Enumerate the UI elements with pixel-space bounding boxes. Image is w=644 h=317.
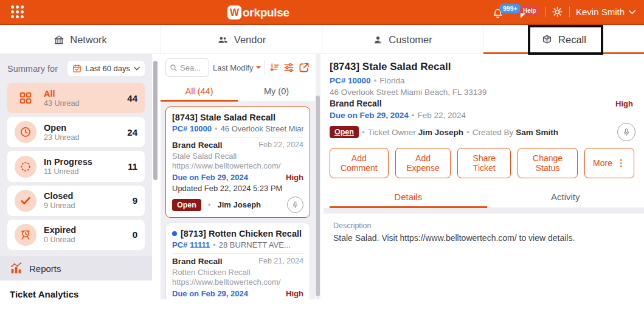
more-dots-icon (617, 158, 626, 169)
item-label: In Progress (44, 157, 92, 167)
date-range-dropdown[interactable]: Last 60 days (68, 61, 145, 76)
check-icon (15, 190, 36, 212)
tab-vendor[interactable]: Vendor (161, 26, 322, 54)
logo-text: orkpulse (243, 6, 289, 19)
item-label: All (44, 89, 79, 99)
detail-tabs: Details Activity (330, 186, 644, 208)
tab-network[interactable]: Network (0, 26, 161, 54)
user-menu[interactable]: Kevin Smith (576, 7, 635, 17)
bank-icon (54, 35, 64, 46)
tab-label: Customer (389, 34, 432, 46)
list-scrollbar[interactable] (316, 96, 320, 296)
due-date: Due on Feb 29, 2024 (330, 110, 409, 121)
notification-count-badge[interactable]: 999+ (499, 4, 521, 13)
ticket-cards: [8743] Stale Salad Recall PC# 10000 46 O… (161, 102, 315, 299)
item-count: 9 (133, 195, 137, 206)
created-by-name: Sam Smith (516, 128, 558, 137)
priority-badge: High (286, 173, 303, 182)
filter-sliders-icon[interactable] (283, 62, 294, 73)
ticket-title: [8743] Stale Salad Recall (172, 112, 275, 123)
expired-icon (15, 224, 36, 246)
sidebar-item-ticket-analytics[interactable]: Ticket Analytics (10, 289, 142, 299)
due-date: Due on Feb 29, 2024 (172, 289, 248, 298)
open-in-new-icon[interactable] (298, 61, 310, 74)
detail-tab-activity[interactable]: Activity (487, 186, 644, 207)
pc-link[interactable]: PC# 10000 (330, 75, 371, 86)
item-count: 11 (128, 161, 137, 172)
item-unread: 23 Unread (44, 133, 79, 142)
top-right-cluster: 999+ Help Kevin Smith (491, 3, 635, 21)
description-section: Description Stale Salad. Visit https://w… (330, 214, 644, 243)
pc-link[interactable]: PC# 10000 (172, 124, 212, 133)
voice-note-button[interactable] (617, 123, 635, 141)
sidebar-item-closed[interactable]: Closed 9 Unread 9 (7, 186, 145, 216)
tab-recall[interactable]: Recall (483, 26, 644, 54)
sidebar-scrollbar[interactable] (153, 61, 158, 180)
settings-gear-icon[interactable] (552, 6, 563, 18)
apps-grid-icon[interactable] (11, 5, 24, 18)
priority-badge: High (286, 289, 303, 298)
caret-down-icon (256, 66, 261, 71)
ticket-card[interactable]: [8743] Stale Salad Recall PC# 10000 46 O… (165, 106, 310, 218)
ticket-address: 28 BURNETT AVE... (219, 240, 291, 249)
ticket-list-column: Sea... Last Modify (161, 54, 315, 299)
ticket-detail-panel: [8743] Stale Salad Recall PC# 10000 Flor… (324, 54, 644, 299)
due-date: Due on Feb 29, 2024 (172, 173, 248, 182)
sort-descending-icon[interactable] (269, 62, 280, 73)
more-button[interactable]: More (584, 148, 634, 178)
tab-label: Recall (558, 34, 586, 46)
owner-name: Jim Joseph (418, 128, 463, 137)
sort-dropdown[interactable]: Last Modify (213, 63, 261, 72)
tab-label: Vendor (234, 34, 266, 46)
add-comment-button[interactable]: Add Comment (330, 148, 389, 178)
workpulse-logo: W orkpulse (227, 0, 289, 25)
dot-separator (205, 200, 214, 209)
search-input[interactable]: Sea... (165, 58, 209, 77)
dot-separator (359, 128, 368, 137)
ticket-card[interactable]: [8713] Rotten Chicken Recall PC# 11111 2… (165, 223, 310, 299)
tab-customer[interactable]: Customer (322, 26, 483, 54)
list-tab-my[interactable]: My (0) (238, 81, 315, 101)
sidebar-item-in-progress[interactable]: In Progress 11 Unread 11 (7, 151, 145, 181)
item-label: Expired (44, 225, 76, 235)
sidebar-item-reports[interactable]: Reports (0, 256, 152, 280)
owner-label: Ticket Owner (368, 128, 416, 137)
item-unread: 43 Unread (44, 99, 79, 108)
detail-address: 46 Overlook Street Miami Beach, FL 33139 (330, 86, 644, 98)
list-toolbar: Sea... Last Modify (161, 54, 315, 81)
divider (569, 7, 570, 17)
sidebar-item-expired[interactable]: Expired 0 Unread 0 (7, 220, 145, 250)
detail-region: Florida (379, 75, 404, 86)
calendar-icon (72, 64, 81, 73)
help-badge[interactable]: Help (520, 5, 539, 16)
detail-type: Brand Recall (330, 98, 382, 110)
microphone-icon (622, 128, 631, 136)
microphone-icon (291, 201, 299, 209)
item-count: 44 (127, 93, 137, 103)
tab-label: Network (70, 34, 107, 46)
add-expense-button[interactable]: Add Expense (395, 148, 451, 178)
search-icon (170, 64, 178, 72)
ticket-date: Feb 21, 2024 (258, 257, 303, 266)
section-divider (324, 208, 644, 214)
list-tab-all[interactable]: All (44) (161, 81, 238, 101)
voice-note-button[interactable] (287, 197, 303, 213)
sidebar-item-all[interactable]: All 43 Unread 44 (7, 83, 145, 113)
detail-tab-details[interactable]: Details (330, 186, 487, 207)
ticket-type: Brand Recall (172, 141, 223, 150)
pc-link[interactable]: PC# 11111 (172, 240, 210, 249)
notifications-button[interactable]: 999+ Help (491, 3, 539, 21)
ticket-desc-url: https://www.belltowertech.com/ (172, 161, 303, 171)
status-badge[interactable]: Open (330, 126, 359, 138)
sidebar-item-open[interactable]: Open 23 Unread 24 (7, 117, 145, 147)
created-date: Feb 22, 2024 (418, 110, 466, 121)
change-status-button[interactable]: Change Status (518, 148, 578, 178)
list-tabs: All (44) My (0) (161, 81, 315, 102)
chevron-down-icon (134, 66, 140, 71)
share-ticket-button[interactable]: Share Ticket (457, 148, 511, 178)
workpulse-app: W orkpulse 999+ Help Kevin Smith (0, 0, 644, 317)
ticket-address: 46 Overlook Street Miam... (221, 124, 303, 133)
dot-separator (463, 128, 473, 137)
more-label: More (593, 158, 612, 168)
spinner-icon (15, 156, 36, 178)
